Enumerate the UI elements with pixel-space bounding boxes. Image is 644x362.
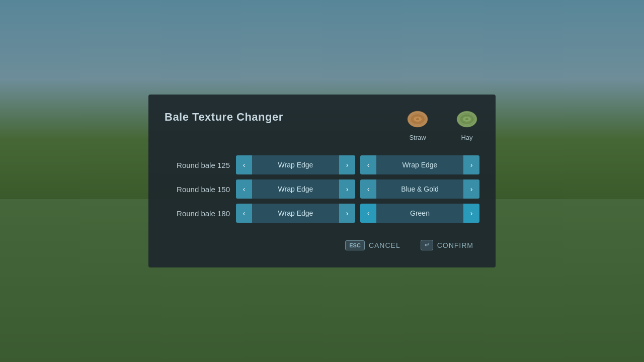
hay-selector-125: ‹ Wrap Edge › xyxy=(360,155,479,174)
hay-next-150[interactable]: › xyxy=(463,179,479,199)
hay-value-150: Blue & Gold xyxy=(376,179,463,199)
hay-value-125: Wrap Edge xyxy=(376,155,463,174)
straw-prev-150[interactable]: ‹ xyxy=(236,179,252,199)
table-row: Round bale 150 ‹ Wrap Edge › ‹ Blue & Go… xyxy=(165,179,479,199)
straw-next-180[interactable]: › xyxy=(339,204,355,223)
dialog-header: Bale Texture Changer Straw xyxy=(165,107,479,141)
straw-prev-125[interactable]: ‹ xyxy=(236,155,252,174)
confirm-button[interactable]: ↵ CONFIRM xyxy=(415,237,479,253)
hay-bale-icon xyxy=(454,107,479,132)
selector-group-125: ‹ Wrap Edge › ‹ Wrap Edge › xyxy=(236,155,479,174)
bale-icons: Straw Hay xyxy=(405,107,479,141)
table-row: Round bale 125 ‹ Wrap Edge › ‹ Wrap Edge… xyxy=(165,155,479,174)
straw-selector-150: ‹ Wrap Edge › xyxy=(236,179,355,199)
confirm-label: CONFIRM xyxy=(437,241,473,249)
hay-prev-180[interactable]: ‹ xyxy=(360,204,376,223)
straw-bale-icon xyxy=(405,107,430,132)
row-label-150: Round bale 150 xyxy=(165,185,230,194)
hay-value-180: Green xyxy=(376,204,463,223)
cancel-key-badge: ESC xyxy=(345,240,365,250)
hay-next-180[interactable]: › xyxy=(463,204,479,223)
hay-label: Hay xyxy=(461,134,472,141)
svg-point-10 xyxy=(465,118,468,120)
hay-selector-180: ‹ Green › xyxy=(360,204,479,223)
straw-value-125: Wrap Edge xyxy=(252,155,339,174)
straw-selector-125: ‹ Wrap Edge › xyxy=(236,155,355,174)
cancel-label: CANCEL xyxy=(369,241,400,249)
confirm-key-badge: ↵ xyxy=(421,240,433,250)
svg-point-3 xyxy=(416,118,419,120)
straw-next-150[interactable]: › xyxy=(339,179,355,199)
hay-prev-125[interactable]: ‹ xyxy=(360,155,376,174)
hay-next-125[interactable]: › xyxy=(463,155,479,174)
dialog: Bale Texture Changer Straw xyxy=(148,95,496,267)
hay-column-header: Hay xyxy=(454,107,479,141)
hay-prev-150[interactable]: ‹ xyxy=(360,179,376,199)
dialog-title: Bale Texture Changer xyxy=(165,111,405,124)
hay-selector-150: ‹ Blue & Gold › xyxy=(360,179,479,199)
straw-prev-180[interactable]: ‹ xyxy=(236,204,252,223)
row-label-125: Round bale 125 xyxy=(165,161,230,169)
cancel-button[interactable]: ESC CANCEL xyxy=(339,237,406,253)
straw-label: Straw xyxy=(409,134,426,141)
selector-group-150: ‹ Wrap Edge › ‹ Blue & Gold › xyxy=(236,179,479,199)
table-row: Round bale 180 ‹ Wrap Edge › ‹ Green › xyxy=(165,204,479,223)
straw-next-125[interactable]: › xyxy=(339,155,355,174)
row-label-180: Round bale 180 xyxy=(165,209,230,218)
straw-selector-180: ‹ Wrap Edge › xyxy=(236,204,355,223)
selector-group-180: ‹ Wrap Edge › ‹ Green › xyxy=(236,204,479,223)
straw-column-header: Straw xyxy=(405,107,430,141)
straw-value-150: Wrap Edge xyxy=(252,179,339,199)
rows-container: Round bale 125 ‹ Wrap Edge › ‹ Wrap Edge… xyxy=(165,155,479,223)
straw-value-180: Wrap Edge xyxy=(252,204,339,223)
dialog-footer: ESC CANCEL ↵ CONFIRM xyxy=(165,237,479,253)
